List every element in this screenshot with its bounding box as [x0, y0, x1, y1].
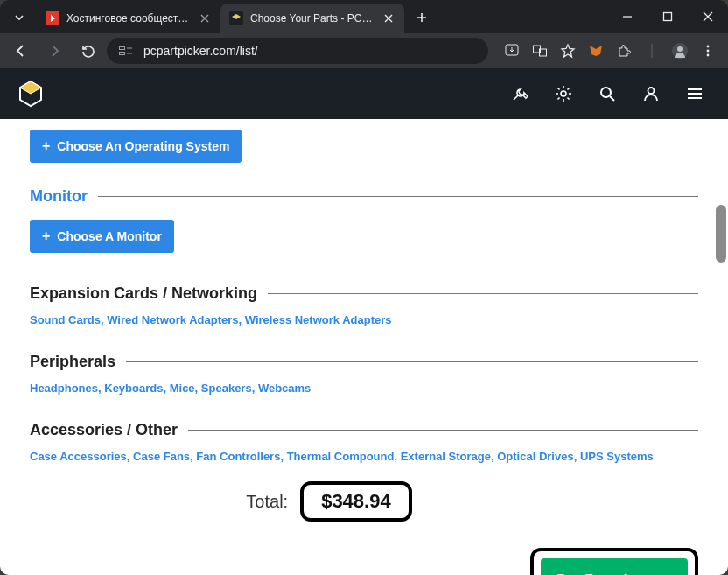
reload-button[interactable]: [74, 37, 102, 65]
svg-point-13: [707, 54, 710, 57]
link-keyboards[interactable]: Keyboards: [104, 382, 163, 395]
link-sound-cards[interactable]: Sound Cards: [30, 313, 101, 326]
new-tab-button[interactable]: [410, 5, 434, 30]
tab-active[interactable]: Choose Your Parts - PCPartPicke: [220, 4, 404, 33]
site-header: [0, 68, 728, 119]
svg-point-12: [707, 50, 710, 53]
buy-highlight: Buy From Amazon: [530, 548, 698, 575]
browser-titlebar: Хостинговое сообщество «Tim Choose Your …: [0, 0, 728, 33]
accessories-links: Case Accessories, Case Fans, Fan Control…: [30, 448, 698, 466]
link-wired-network[interactable]: Wired Network Adapters: [107, 313, 238, 326]
divider: [268, 293, 698, 294]
user-icon[interactable]: [634, 76, 668, 111]
section-heading: Peripherals: [30, 353, 116, 371]
link-case-fans[interactable]: Case Fans: [133, 450, 190, 463]
svg-point-14: [561, 91, 566, 96]
section-monitor: Monitor: [30, 187, 698, 206]
link-wireless-network[interactable]: Wireless Network Adapters: [245, 313, 392, 326]
address-bar[interactable]: pcpartpicker.com/list/: [107, 38, 488, 64]
extension-metamask-icon[interactable]: [583, 38, 609, 64]
tab-close-icon[interactable]: [198, 11, 212, 25]
url-text: pcpartpicker.com/list/: [144, 44, 258, 58]
window-minimize-button[interactable]: [607, 0, 648, 33]
divider: [188, 430, 698, 431]
section-peripherals: Peripherals: [30, 353, 698, 371]
page-content: + Choose An Operating System Monitor + C…: [0, 119, 728, 575]
section-expansion: Expansion Cards / Networking: [30, 284, 698, 303]
choose-monitor-label: Choose A Monitor: [57, 229, 162, 243]
page-viewport: + Choose An Operating System Monitor + C…: [0, 68, 728, 575]
link-headphones[interactable]: Headphones: [30, 382, 98, 395]
extension-puzzle-icon[interactable]: [611, 38, 637, 64]
star-icon[interactable]: [555, 38, 581, 64]
total-value: $348.94: [300, 481, 412, 522]
link-webcams[interactable]: Webcams: [258, 382, 311, 395]
tools-icon[interactable]: [502, 76, 537, 111]
buy-wrap: Buy From Amazon: [30, 548, 698, 575]
svg-rect-3: [120, 47, 125, 50]
expansion-links: Sound Cards, Wired Network Adapters, Wir…: [30, 312, 698, 330]
section-accessories: Accessories / Other: [30, 421, 698, 439]
total-row: Total: $348.94: [0, 481, 663, 522]
link-fan-controllers[interactable]: Fan Controllers: [196, 450, 280, 463]
total-label: Total:: [246, 492, 288, 512]
profile-avatar-icon[interactable]: [667, 38, 693, 64]
scrollbar-thumb[interactable]: [716, 205, 726, 263]
gear-icon[interactable]: [546, 76, 581, 111]
window-maximize-button[interactable]: [648, 0, 688, 33]
window-controls: [607, 0, 728, 33]
extensions-area: [499, 38, 721, 64]
svg-point-10: [677, 46, 682, 52]
choose-os-label: Choose An Operating System: [57, 139, 229, 153]
tab-close-icon[interactable]: [382, 11, 396, 25]
hamburger-menu-icon[interactable]: [677, 76, 712, 111]
svg-point-15: [601, 88, 611, 97]
choose-monitor-button[interactable]: + Choose A Monitor: [30, 220, 174, 253]
window-close-button[interactable]: [688, 0, 728, 33]
choose-os-button[interactable]: + Choose An Operating System: [30, 130, 242, 163]
svg-rect-4: [120, 53, 125, 55]
site-logo-icon[interactable]: [16, 79, 46, 109]
link-speakers[interactable]: Speakers: [201, 382, 252, 395]
link-external-storage[interactable]: External Storage: [401, 450, 491, 463]
forward-button[interactable]: [40, 37, 68, 65]
buy-from-amazon-button[interactable]: Buy From Amazon: [541, 558, 688, 575]
browser-toolbar: pcpartpicker.com/list/: [0, 33, 728, 68]
toolbar-divider: [639, 38, 665, 64]
tab-inactive[interactable]: Хостинговое сообщество «Tim: [37, 4, 220, 33]
section-heading: Expansion Cards / Networking: [30, 284, 257, 303]
section-heading: Monitor: [30, 187, 88, 206]
peripherals-links: Headphones, Keyboards, Mice, Speakers, W…: [30, 380, 698, 398]
svg-point-16: [648, 88, 654, 94]
chrome-menu-icon[interactable]: [695, 38, 721, 64]
favicon-icon: [229, 11, 243, 25]
link-mice[interactable]: Mice: [170, 382, 195, 395]
favicon-icon: [46, 11, 60, 25]
plus-icon: +: [42, 228, 50, 244]
search-icon[interactable]: [590, 76, 625, 111]
divider: [98, 196, 698, 197]
link-case-accessories[interactable]: Case Accessories: [30, 450, 127, 463]
translate-icon[interactable]: [527, 38, 553, 64]
install-pwa-icon[interactable]: [499, 38, 525, 64]
link-thermal-compound[interactable]: Thermal Compound: [287, 450, 395, 463]
site-info-icon[interactable]: [117, 42, 135, 60]
tab-title: Choose Your Parts - PCPartPicke: [250, 12, 374, 25]
back-button[interactable]: [7, 37, 35, 65]
plus-icon: +: [42, 138, 50, 154]
link-ups-systems[interactable]: UPS Systems: [580, 450, 654, 463]
link-optical-drives[interactable]: Optical Drives: [497, 450, 573, 463]
tabs-dropdown-button[interactable]: [7, 5, 32, 30]
tab-title: Хостинговое сообщество «Tim: [66, 12, 191, 25]
svg-point-11: [707, 46, 710, 48]
section-heading: Accessories / Other: [30, 421, 178, 439]
svg-rect-2: [664, 13, 672, 21]
divider: [126, 361, 698, 362]
